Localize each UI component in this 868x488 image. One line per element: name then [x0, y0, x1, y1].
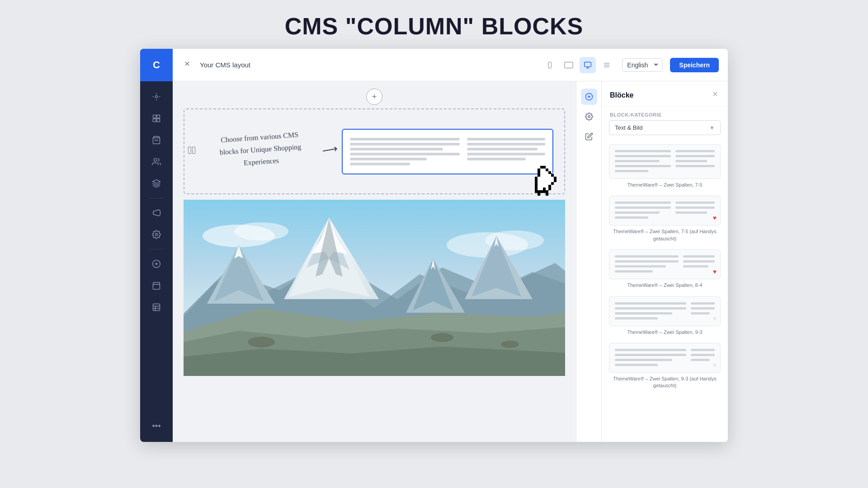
page-title: CMS "COLUMN" BLOCKS: [0, 13, 868, 40]
blocks-panel-title: Blöcke: [610, 91, 633, 99]
preview-line: [615, 270, 653, 272]
svg-rect-68: [551, 182, 554, 185]
block-preview-col-left-2: [615, 202, 671, 220]
sidebar-item-users[interactable]: [146, 152, 166, 172]
block-preview-3: ♥: [609, 249, 721, 279]
block-preview-2: ♥: [609, 196, 721, 225]
preview-line: [615, 312, 672, 314]
sidebar-item-shop[interactable]: [146, 276, 166, 296]
preview-line: [615, 260, 679, 263]
preview-line: [467, 153, 545, 155]
svg-rect-87: [546, 193, 548, 196]
edit-strip-button[interactable]: [581, 128, 597, 145]
sidebar-icons: [146, 81, 166, 418]
list-view-button[interactable]: [599, 57, 615, 73]
svg-rect-60: [551, 179, 554, 182]
block-preview-col-right-1: [675, 150, 715, 173]
top-bar: Your CMS layout English Deutsch: [173, 49, 728, 81]
svg-rect-50: [546, 177, 548, 179]
desktop-view-button[interactable]: [580, 57, 596, 73]
block-preview-rows-3: [615, 255, 715, 273]
mobile-view-button[interactable]: [542, 57, 558, 73]
svg-rect-75: [535, 188, 538, 190]
svg-rect-67: [548, 182, 551, 185]
sidebar-item-settings[interactable]: [146, 225, 166, 244]
favorite-button-4[interactable]: ♥: [713, 315, 717, 322]
selected-block-preview[interactable]: [342, 129, 553, 174]
save-button[interactable]: Speichern: [670, 58, 719, 72]
svg-rect-81: [535, 190, 538, 193]
block-item-5[interactable]: ♥ ThemeWare® – Zwei Spalten, 9-3 (auf Ha…: [609, 343, 721, 389]
favorite-button-3[interactable]: ♥: [713, 268, 717, 275]
svg-rect-1: [153, 115, 156, 118]
svg-rect-64: [540, 182, 543, 185]
favorite-button-5[interactable]: ♥: [713, 361, 717, 369]
preview-line: [350, 138, 460, 141]
block-item-2[interactable]: ♥ ThemeWare® – Zwei Spalten, 7-5 (auf Ha…: [609, 196, 721, 242]
preview-line: [615, 302, 686, 305]
block-item-1[interactable]: ThemeWare® – Zwei Spalten, 7-5: [609, 144, 721, 188]
preview-line: [615, 317, 658, 319]
svg-rect-33: [543, 169, 546, 171]
blocks-panel-close-button[interactable]: [711, 89, 720, 101]
svg-rect-56: [540, 179, 543, 182]
svg-rect-57: [543, 179, 546, 182]
sidebar-item-pages[interactable]: [146, 108, 166, 128]
preview-line: [675, 206, 715, 209]
block-kategorie-dropdown[interactable]: Text & Bild ▼: [609, 120, 721, 135]
svg-rect-63: [538, 182, 540, 185]
preview-line: [675, 202, 715, 204]
preview-line: [691, 354, 715, 356]
sidebar-item-dashboard[interactable]: [146, 87, 166, 107]
svg-point-118: [588, 116, 590, 118]
svg-rect-59: [548, 179, 551, 182]
language-select[interactable]: English Deutsch Français: [622, 58, 663, 72]
svg-rect-44: [548, 174, 551, 177]
image-block: [184, 200, 565, 376]
sidebar-more-button[interactable]: •••: [149, 418, 165, 435]
svg-rect-35: [538, 171, 540, 174]
cursor-overlay: [533, 166, 559, 198]
preview-line: [615, 150, 671, 152]
svg-rect-39: [548, 171, 551, 174]
block-item-3[interactable]: ♥ ThemeWare® – Zwei Spalten, 8-4: [609, 249, 721, 289]
sidebar-bottom: •••: [149, 418, 165, 442]
sidebar-item-bag[interactable]: [146, 130, 166, 150]
tablet-view-button[interactable]: [561, 57, 577, 73]
svg-point-90: [234, 222, 288, 240]
sidebar-item-megaphone[interactable]: [146, 203, 166, 223]
sidebar-divider: [148, 198, 165, 198]
svg-rect-42: [543, 174, 546, 177]
svg-rect-53: [554, 177, 557, 179]
preview-line: [615, 202, 671, 204]
annotation-text: Choose from various CMSblocks for Unique…: [196, 127, 325, 172]
block-preview-rows-4: [615, 302, 715, 320]
svg-rect-77: [540, 188, 543, 190]
sidebar-item-layers[interactable]: [146, 174, 166, 193]
add-block-strip-button[interactable]: [581, 89, 597, 105]
preview-line: [691, 359, 710, 361]
favorite-button-2[interactable]: ♥: [713, 214, 717, 221]
sidebar-item-plus[interactable]: [146, 254, 166, 274]
blocks-panel: Blöcke Block-Kategorie Text & Bild ▼: [601, 81, 728, 442]
block-item-label-4: ThemeWare® – Zwei Spalten, 9-3: [609, 329, 721, 336]
settings-strip-button[interactable]: [581, 108, 597, 125]
block-preview-col-right-4: [691, 302, 715, 320]
sidebar-logo[interactable]: C: [140, 49, 173, 81]
block-preview-col-right-5: [691, 349, 715, 367]
editor-area: + Choose from various CMSblocks for Uniq…: [173, 81, 728, 442]
svg-point-7: [156, 234, 158, 236]
right-strip: [576, 81, 601, 442]
preview-line: [350, 143, 460, 145]
block-item-4[interactable]: ♥ ThemeWare® – Zwei Spalten, 9-3: [609, 296, 721, 336]
preview-line: [615, 216, 648, 219]
close-button[interactable]: [182, 58, 193, 71]
block-preview-rows-1: [615, 150, 715, 173]
svg-rect-40: [538, 174, 540, 177]
svg-rect-49: [543, 177, 546, 179]
svg-rect-21: [585, 62, 591, 66]
preview-col-right: [467, 138, 545, 165]
add-block-button[interactable]: +: [366, 89, 382, 105]
column-indicator-icon[interactable]: [184, 144, 200, 159]
sidebar-item-table[interactable]: [146, 297, 166, 317]
